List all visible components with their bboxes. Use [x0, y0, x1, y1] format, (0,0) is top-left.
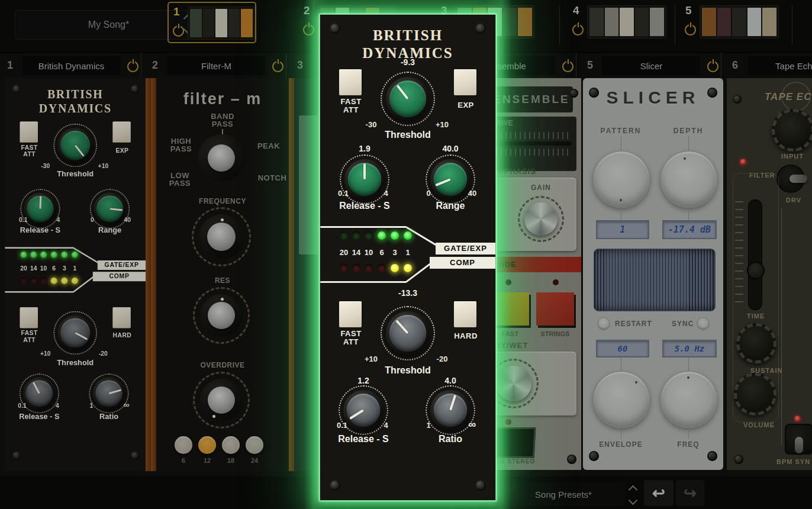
british-dynamics-focused-panel[interactable]: BRITISHDYNAMICS FASTATT EXP -9.3 -30 +10… [320, 14, 496, 501]
exp-button[interactable] [454, 69, 476, 95]
time-slider-handle[interactable] [747, 262, 765, 279]
envelope-knob[interactable] [593, 371, 650, 428]
redo-button[interactable]: ↪ [676, 480, 704, 506]
knob-indicator-dot [687, 376, 689, 379]
slot-power-icon[interactable] [303, 24, 314, 36]
depth-knob[interactable] [660, 151, 717, 208]
comp-led [51, 278, 57, 284]
gain-knob[interactable] [518, 196, 564, 242]
tab-name[interactable]: Tape Echo [747, 56, 812, 75]
preset-down-chevron-icon[interactable] [629, 496, 638, 505]
mode-led [553, 279, 559, 285]
tab-name[interactable]: Slicer [602, 56, 700, 75]
drive-slider[interactable] [491, 141, 572, 146]
slope-18-button[interactable] [222, 436, 240, 454]
rack-module-ensemble[interactable]: ENSEMBLE DRIVE EMPHASIS GAIN MODE [486, 78, 581, 470]
chain-slot-4[interactable]: 4 [568, 2, 666, 43]
scale-max: 4 [377, 421, 395, 430]
freq-value-display[interactable]: 5.0 Hz [662, 340, 717, 357]
fast-att-button[interactable] [339, 69, 362, 95]
slot-power-icon[interactable] [572, 24, 584, 36]
preset-up-chevron-icon[interactable] [629, 485, 638, 495]
rack-module-tape-echo[interactable]: TAPE ECHO INPUT FILTER DRV TIME SUSTAIN … [727, 78, 812, 470]
strings-mode-button[interactable] [536, 292, 574, 326]
gate-led [378, 231, 386, 240]
filter-mode-knob[interactable] [198, 134, 245, 182]
overdrive-knob[interactable] [193, 372, 250, 429]
threshold-label: Threshold [366, 365, 449, 376]
tab-name[interactable]: British Dynamics [22, 56, 120, 75]
screw-icon [567, 455, 576, 464]
module-title: BRITISHDYNAMICS [5, 88, 146, 116]
tab-power-icon[interactable] [127, 61, 138, 72]
fast-mode-button[interactable] [491, 292, 529, 326]
undo-button[interactable]: ↩ [644, 480, 674, 506]
tab-slicer[interactable]: 5 Slicer [580, 53, 725, 79]
slot-thumbnail[interactable] [700, 5, 779, 38]
overdrive-label: OVERDRIVE [193, 362, 252, 369]
comp-threshold-knob[interactable] [381, 306, 435, 360]
bpm-sync-toggle[interactable] [785, 424, 812, 455]
hard-button[interactable] [454, 301, 476, 327]
drive-ticks [491, 149, 572, 156]
restart-button[interactable] [597, 317, 610, 330]
song-presets-selector[interactable]: Song Presets* [502, 482, 625, 506]
tab-power-icon[interactable] [272, 61, 283, 72]
comp-led [72, 278, 78, 284]
tab-filter-m[interactable]: 2 Filter-M [145, 53, 290, 79]
chain-slot-1[interactable]: 1 [167, 2, 256, 43]
pattern-value-display[interactable]: 1 [596, 220, 649, 239]
sync-button[interactable] [697, 317, 710, 330]
tab-power-icon[interactable] [562, 61, 573, 72]
release-label: Release - S [329, 201, 400, 211]
hard-button[interactable] [112, 307, 130, 328]
time-slider-track[interactable] [748, 199, 762, 310]
slot-power-icon[interactable] [173, 25, 184, 37]
scale-min: 0.1 [333, 421, 351, 430]
scale-max: 4 [377, 189, 395, 198]
dry-wet-section [490, 352, 576, 415]
comp-led [404, 264, 412, 272]
filter-toggle[interactable] [776, 165, 805, 193]
slot-power-icon[interactable] [685, 24, 696, 36]
slope-24-button[interactable] [246, 436, 263, 454]
rack-module-british-dynamics[interactable]: BRITISHDYNAMICS FASTATT EXP -30 +10 Thre… [5, 78, 146, 471]
res-label: RES [193, 277, 252, 285]
comp-threshold-knob[interactable] [53, 311, 97, 355]
depth-value-display[interactable]: -17.4 dB [662, 220, 717, 239]
slope-12-button[interactable] [198, 436, 216, 454]
res-knob[interactable] [193, 287, 250, 344]
fast-att-button[interactable] [339, 301, 362, 327]
slot-thumbnail[interactable] [587, 5, 666, 38]
rack-module-filter-m[interactable]: filter – m BANDPASS HIGHPASS LOWPASS PEA… [156, 78, 289, 471]
dry-wet-knob[interactable] [489, 359, 539, 408]
input-knob[interactable] [772, 109, 812, 152]
slope-6-button[interactable] [175, 436, 192, 454]
sustain-knob[interactable] [736, 323, 776, 363]
comp-led [40, 278, 47, 284]
exp-label: EXP [107, 147, 137, 154]
frequency-knob[interactable] [192, 207, 251, 266]
tab-power-icon[interactable] [707, 61, 718, 72]
tab-british-dynamics[interactable]: 1 British Dynamics [0, 53, 145, 79]
fast-att-button[interactable] [20, 307, 38, 328]
rate-value-display[interactable]: 60 [596, 340, 649, 357]
rack-module-slicer[interactable]: SLICER PATTERN DEPTH 1 -17.4 dB RESTART … [583, 78, 723, 470]
knob-indicator-dot [635, 381, 637, 384]
volume-knob[interactable] [734, 373, 776, 415]
fast-att-button[interactable] [20, 122, 38, 143]
tab-tape-echo[interactable]: 6 Tape Echo [725, 53, 812, 79]
gate-threshold-knob[interactable] [381, 72, 435, 126]
scale-min: 1 [420, 421, 437, 430]
freq-knob[interactable] [660, 371, 717, 428]
gate-release-value: 1.9 [347, 144, 382, 153]
gate-threshold-knob[interactable] [53, 124, 97, 167]
slot-thumbnail[interactable] [188, 7, 255, 40]
chain-slot-5[interactable]: 5 [681, 2, 778, 43]
panel-line [781, 208, 782, 445]
threshold-label: Threshold [42, 170, 108, 178]
tab-name[interactable]: Filter-M [167, 56, 265, 75]
scale-max: ∞ [462, 418, 482, 431]
exp-button[interactable] [112, 122, 130, 143]
gate-exp-band: GATE/EXP [436, 243, 495, 254]
